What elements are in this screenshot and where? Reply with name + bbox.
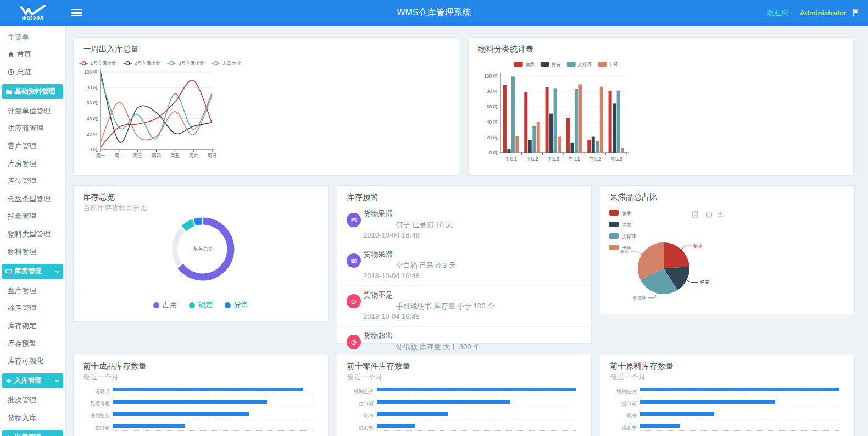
svg-text:40 吨: 40 吨	[87, 116, 98, 122]
alert-item[interactable]: ✉货物呆滞空白箱 已呆滞 3 天2018-10-04 16:48	[337, 245, 591, 286]
alert-title: 货物呆滞	[363, 250, 582, 260]
bar-track	[640, 410, 839, 422]
sidebar-item-9[interactable]: 托盘类型管理	[0, 190, 65, 208]
chevron-down-icon	[54, 269, 60, 274]
bar[interactable]	[113, 424, 185, 428]
sidebar-item-11[interactable]: 物料类型管理	[0, 225, 65, 243]
row-separator	[640, 430, 839, 431]
bar[interactable]	[640, 424, 680, 428]
sidebar-item-4[interactable]: 计量单位管理	[0, 102, 65, 120]
sidebar-item-10[interactable]: 托盘管理	[0, 208, 65, 225]
alert-item[interactable]: ⊘货物不足手机说明书 库存量 小于 100 个2018-10-04 16:48	[337, 286, 591, 327]
sidebar-item-1[interactable]: 首页	[0, 46, 65, 63]
alert-time: 2018-10-04 16:48	[363, 231, 582, 239]
bar[interactable]	[640, 400, 775, 404]
sidebar-item-13[interactable]: 库房管理	[2, 264, 63, 279]
bar[interactable]	[640, 412, 714, 416]
legend-item[interactable]: 异常	[225, 300, 248, 310]
svg-text:40 吨: 40 吨	[487, 119, 498, 125]
weekly-io-line-chart[interactable]: 0 吨20 吨40 吨60 吨80 吨100 吨周一周二周三周四周五周六周日1号…	[74, 38, 460, 176]
chevron-down-icon	[54, 378, 60, 384]
bar-label: 说明书	[82, 388, 110, 395]
sidebar-item-5[interactable]: 供应商管理	[0, 120, 65, 137]
sidebar-item-19[interactable]: 入库管理	[2, 373, 63, 388]
sidebar-section-label: 主菜单	[0, 26, 65, 46]
bar-track	[113, 398, 313, 410]
sidebar-item-15[interactable]: 移库管理	[0, 300, 65, 317]
svg-text:库存总览: 库存总览	[192, 246, 214, 252]
bar-label: 瓦楞薄板	[82, 400, 110, 407]
alert-item[interactable]: ✉货物呆滞钉子 已呆滞 10 天2018-10-04 16:48	[337, 205, 591, 245]
bar-track	[113, 410, 313, 422]
svg-text:20 吨: 20 吨	[487, 135, 498, 140]
card-subtitle: 当前库存货物百分比	[83, 203, 147, 213]
svg-text:0 吨: 0 吨	[489, 150, 498, 156]
sidebar-item-label: 库存锁定	[8, 321, 36, 331]
material-bar-chart[interactable]: 0 吨20 吨40 吨60 吨80 吨100 吨平库1平库2平库3立库1立库2立…	[469, 38, 854, 176]
inbound-icon	[5, 378, 12, 384]
sidebar-item-12[interactable]: 物料管理	[0, 243, 65, 261]
alert-title: 货物超出	[363, 331, 582, 341]
row-separator	[113, 430, 313, 431]
svg-text:平库3: 平库3	[547, 156, 559, 162]
stagnant-pie-chart[interactable]: 轴承弹簧支撑环卡环轴承弹簧支撑环卡环	[600, 186, 855, 315]
sidebar-item-3[interactable]: 基础资料管理	[2, 84, 63, 99]
app-header: watson WMS仓库管理系统 欢迎您： Administrator	[0, 0, 868, 26]
bar[interactable]	[113, 412, 249, 416]
hbar-chart: 纸制垫片空白箱彩卡说明书	[346, 386, 576, 434]
legend-item[interactable]: 锁定	[189, 300, 213, 310]
alert-title: 货物呆滞	[363, 209, 582, 219]
sidebar-item-label: 物料类型管理	[8, 229, 51, 239]
bar-label: 纸制垫片	[346, 388, 374, 395]
notification-flag-icon[interactable]	[851, 8, 860, 18]
bar[interactable]	[640, 388, 839, 391]
username[interactable]: Administrator	[800, 9, 847, 17]
sidebar-item-18[interactable]: 库存可视化	[0, 352, 65, 370]
card-material-stats: 物料分类统计表 0 吨20 吨40 吨60 吨80 吨100 吨平库1平库2平库…	[468, 37, 854, 176]
sidebar-item-17[interactable]: 库存预警	[0, 335, 65, 352]
bar[interactable]	[377, 424, 415, 428]
bar[interactable]	[377, 388, 576, 391]
sidebar-item-7[interactable]: 库房管理	[0, 155, 65, 173]
svg-text:弹簧: 弹簧	[700, 279, 710, 285]
row-separator	[640, 394, 839, 394]
svg-text:轴承: 轴承	[693, 243, 703, 249]
sidebar-item-22[interactable]: 出库管理	[2, 430, 63, 436]
sidebar-item-21[interactable]: 货物入库	[0, 409, 65, 427]
bar-track	[377, 410, 576, 422]
svg-text:2号立库作业: 2号立库作业	[135, 60, 161, 66]
sidebar-menu: 首页总览基础资料管理计量单位管理供应商管理客户管理库房管理库位管理托盘类型管理托…	[0, 46, 65, 436]
card-weekly-io-total: 一周出入库总量 0 吨20 吨40 吨60 吨80 吨100 吨周一周二周三周四…	[73, 37, 459, 176]
main-content: 一周出入库总量 0 吨20 吨40 吨60 吨80 吨100 吨周一周二周三周四…	[66, 26, 868, 436]
sidebar-item-6[interactable]: 客户管理	[0, 137, 65, 155]
card-top-raw-stock: 前十原料库存数量 最近一个月 纸制垫片空白箱彩卡说明书	[600, 355, 855, 436]
bar-row: 彩卡	[609, 410, 839, 422]
bar[interactable]	[377, 412, 448, 416]
sidebar-item-label: 货物入库	[8, 413, 36, 423]
bar[interactable]	[113, 400, 267, 404]
sidebar-item-8[interactable]: 库位管理	[0, 173, 65, 190]
sidebar-item-14[interactable]: 盘库管理	[0, 282, 65, 300]
svg-text:60 吨: 60 吨	[87, 100, 98, 106]
menu-toggle-icon[interactable]	[71, 8, 82, 19]
donut-legend: 占用锁定异常	[74, 300, 328, 310]
card-inventory-alerts: 库存预警 ✉货物呆滞钉子 已呆滞 10 天2018-10-04 16:48✉货物…	[337, 185, 592, 344]
bar[interactable]	[113, 388, 303, 391]
sidebar-item-20[interactable]: 批次管理	[0, 391, 65, 409]
svg-text:弹簧: 弹簧	[552, 62, 561, 67]
bar-label: 说明书	[609, 424, 637, 432]
folder-icon	[5, 89, 12, 95]
row-separator	[377, 406, 576, 406]
sidebar-item-label: 供应商管理	[8, 124, 43, 134]
svg-text:立库2: 立库2	[589, 156, 602, 162]
bar-row: 瓦楞薄板	[82, 398, 313, 410]
sidebar-item-2[interactable]: 总览	[0, 63, 65, 81]
sidebar-item-16[interactable]: 库存锁定	[0, 317, 65, 335]
legend-item[interactable]: 占用	[153, 300, 177, 310]
brand-logo[interactable]: watson	[0, 5, 66, 21]
bar-track	[640, 398, 839, 410]
outbound-icon	[5, 434, 12, 436]
bar-row: 纸制垫片	[82, 410, 313, 422]
bar[interactable]	[377, 400, 510, 404]
row-separator	[640, 418, 839, 418]
